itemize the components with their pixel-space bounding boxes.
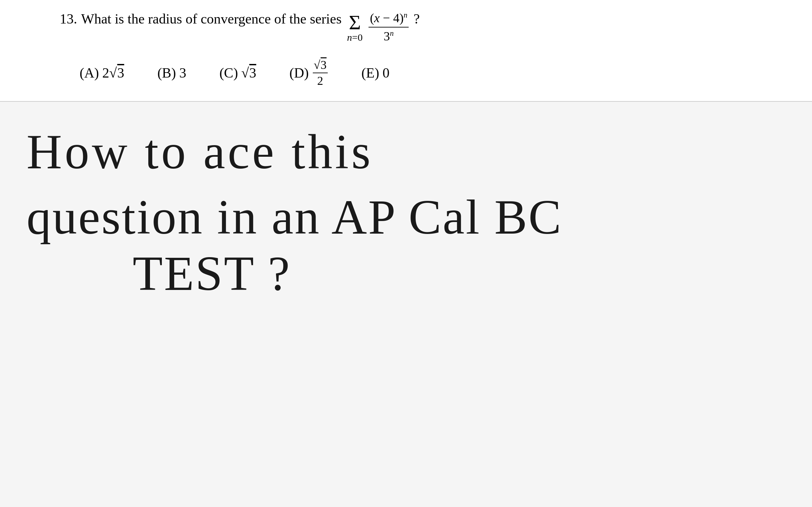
choice-d: (D) 3 2	[289, 58, 328, 88]
choice-d-label: (D)	[289, 65, 308, 81]
choice-c-label: (C)	[219, 65, 238, 81]
series-fraction: (x − 4)n 3n	[368, 10, 409, 45]
choice-d-denominator: 2	[316, 73, 324, 88]
sigma-block: Σ n=0	[347, 12, 362, 42]
handwritten-line1: How to ace this	[27, 125, 785, 179]
choice-c: (C) 3	[219, 65, 256, 81]
choice-a-value: 23	[102, 65, 124, 81]
choice-d-fraction: 3 2	[313, 58, 328, 88]
choice-c-value: 3	[241, 65, 256, 81]
handwritten-line3: TEST ?	[27, 245, 785, 301]
sigma-subscript: n=0	[347, 33, 362, 42]
question-line: 13. What is the radius of convergence of…	[60, 10, 752, 45]
choice-d-numerator: 3	[313, 58, 328, 73]
choice-b: (B) 3	[157, 65, 186, 81]
question-box: 13. What is the radius of convergence of…	[0, 0, 812, 102]
choices-line: (A) 23 (B) 3 (C) 3 (D) 3 2 (E) 0	[60, 58, 752, 88]
choice-b-label: (B)	[157, 65, 176, 81]
handwritten-line2: question in an AP Cal BC	[27, 189, 785, 245]
choice-b-value: 3	[179, 65, 186, 81]
fraction-numerator: (x − 4)n	[368, 10, 409, 27]
series-expression: Σ n=0 (x − 4)n 3n	[345, 10, 410, 45]
choice-e: (E) 0	[362, 65, 390, 81]
question-number: 13.	[60, 10, 77, 28]
handwritten-section: How to ace this question in an AP Cal BC…	[0, 102, 812, 507]
choice-a: (A) 23	[80, 65, 124, 81]
question-text-before: What is the radius of convergence of the…	[81, 10, 342, 28]
choice-e-label: (E)	[362, 65, 379, 81]
sigma-symbol: Σ	[349, 12, 361, 33]
choice-a-label: (A)	[80, 65, 99, 81]
fraction-denominator: 3n	[384, 27, 394, 44]
choice-e-value: 0	[383, 65, 390, 81]
